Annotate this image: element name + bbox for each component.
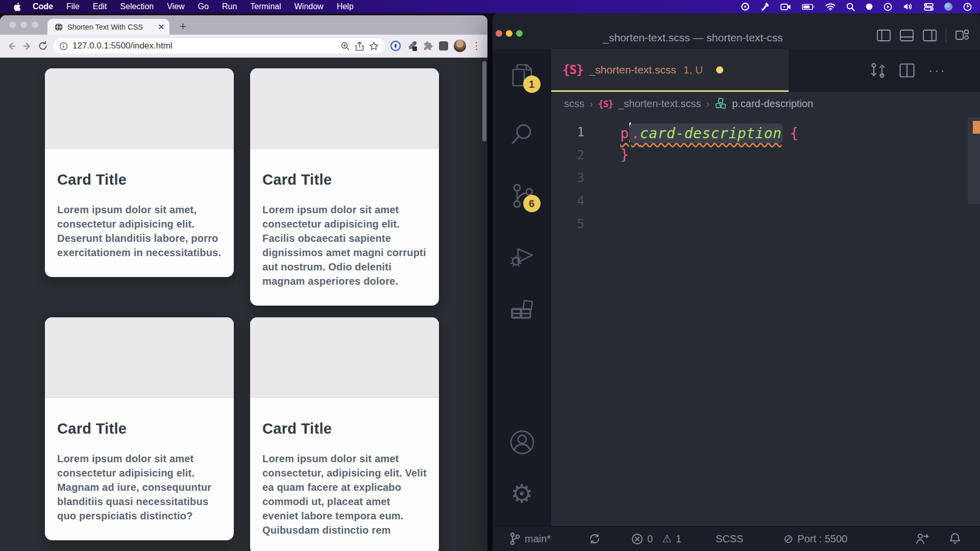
forward-icon[interactable] [22, 41, 33, 52]
menu-item[interactable]: Selection [113, 2, 160, 11]
vscode-title-bar: _shorten-text.scss — shorten-text-css [493, 13, 980, 49]
feedback-status-item[interactable] [916, 527, 929, 551]
source-control-badge: 6 [523, 195, 541, 212]
minimize-window-button[interactable] [20, 21, 27, 28]
card-image-placeholder [45, 68, 234, 149]
close-window-button[interactable] [9, 21, 16, 28]
browser-menu-icon[interactable]: ⋮ [472, 44, 481, 47]
menu-status-icons [741, 2, 972, 11]
status-dot-icon[interactable] [866, 3, 873, 10]
compare-changes-icon[interactable] [870, 62, 886, 79]
page-info-icon[interactable] [59, 42, 68, 51]
menu-item[interactable]: Run [215, 2, 243, 11]
menu-item[interactable]: Terminal [243, 2, 287, 11]
run-debug-icon [509, 242, 535, 268]
browser-tab[interactable]: Shorten Text With CSS ✕ [47, 19, 169, 35]
password-manager-extension-icon[interactable] [390, 40, 401, 52]
editor-tab-bar: {S} _shorten-text.scss 1, U ··· [551, 49, 980, 92]
problems-status-item[interactable]: 0 ⚠ 1 [631, 527, 681, 551]
activity-settings[interactable]: ⚙ [510, 482, 533, 506]
rocket-icon[interactable] [761, 2, 770, 11]
address-bar[interactable]: 127.0.0.1:5500/index.html [53, 38, 385, 54]
volume-icon[interactable] [903, 3, 913, 11]
close-tab-icon[interactable]: ✕ [158, 22, 164, 32]
status-bar: main* 0 ⚠ 1 SCSS ⊘ Port : 5500 [493, 526, 980, 551]
share-icon[interactable] [355, 41, 364, 51]
menu-item[interactable]: Help [330, 2, 360, 11]
activity-source-control[interactable]: 6 [510, 183, 534, 209]
branch-status-item[interactable]: main* [509, 527, 551, 551]
browser-window-controls [9, 21, 38, 28]
new-tab-button[interactable]: + [180, 20, 186, 33]
code-line: 2 } [551, 143, 980, 166]
editor-tab[interactable]: {S} _shorten-text.scss 1, U [551, 49, 789, 92]
siri-icon[interactable] [944, 3, 952, 11]
menu-item[interactable]: View [160, 2, 191, 11]
screenshot-extension-icon[interactable] [439, 41, 448, 51]
toggle-sidebar-icon[interactable] [877, 30, 891, 41]
color-picker-extension-icon[interactable] [406, 40, 418, 52]
breadcrumb-separator: › [706, 98, 709, 110]
code-line: 5 [551, 212, 980, 235]
breadcrumb-folder[interactable]: scss [564, 98, 584, 110]
extensions-icon [509, 299, 535, 324]
control-center-icon[interactable] [924, 3, 934, 11]
breadcrumb-symbol[interactable]: p.card-description [732, 98, 813, 110]
card-title: Card Title [262, 420, 427, 437]
vscode-window: _shorten-text.scss — shorten-text-css 1 … [493, 13, 980, 551]
activity-search[interactable] [510, 121, 534, 146]
extensions-puzzle-icon[interactable] [423, 40, 434, 52]
card-description: Lorem ipsum dolor sit amet consectetur a… [262, 203, 427, 288]
language-mode-item[interactable]: SCSS [716, 527, 743, 551]
sync-status-item[interactable] [589, 527, 601, 551]
activity-extensions[interactable] [509, 299, 535, 324]
activity-run-debug[interactable] [509, 242, 535, 268]
zoom-window-button[interactable] [32, 21, 38, 28]
activity-accounts[interactable] [509, 429, 535, 456]
code-editor[interactable]: 1 p.card-description{ 2 } 3 4 5 [551, 115, 980, 526]
reload-icon[interactable] [38, 41, 48, 51]
spotlight-search-icon[interactable] [846, 3, 855, 11]
back-icon[interactable] [6, 41, 17, 52]
menu-item[interactable]: File [60, 2, 86, 11]
close-brace: } [620, 146, 629, 163]
toggle-secondary-sidebar-icon[interactable] [923, 30, 937, 41]
clock-icon[interactable] [963, 3, 972, 11]
gear-icon: ⚙ [510, 479, 533, 509]
card-description: Lorem ipsum dolor sit amet consectetur, … [262, 452, 427, 537]
zoom-page-icon[interactable] [340, 41, 350, 51]
toggle-panel-icon[interactable] [900, 30, 914, 41]
card-title: Card Title [57, 171, 222, 188]
menu-item[interactable]: Go [191, 2, 215, 11]
bookmark-star-icon[interactable] [369, 41, 379, 51]
live-server-port-item[interactable]: ⊘ Port : 5500 [783, 527, 847, 551]
modified-dot-icon[interactable] [716, 66, 723, 73]
menu-item[interactable]: Edit [86, 2, 114, 11]
activity-explorer[interactable]: 1 [510, 63, 534, 90]
scss-file-icon: {S} [562, 63, 583, 77]
explorer-badge: 1 [523, 76, 541, 93]
breadcrumbs: scss › {S} _shorten-text.scss › p.card-d… [551, 92, 980, 115]
sync-icon [589, 533, 601, 545]
breadcrumb-separator: › [590, 98, 593, 110]
menu-item[interactable]: Window [288, 2, 330, 11]
notifications-status-item[interactable] [949, 527, 961, 551]
branch-name: main* [525, 533, 551, 545]
page-scrollbar[interactable] [482, 61, 486, 141]
error-count: 0 [647, 533, 653, 545]
apple-menu[interactable] [8, 3, 26, 11]
more-actions-icon[interactable]: ··· [928, 69, 946, 72]
breadcrumb-file[interactable]: _shorten-text.scss [618, 98, 701, 110]
screen-record-icon[interactable] [741, 2, 750, 11]
card-description: Lorem ipsum dolor sit amet, consectetur … [57, 203, 222, 260]
url-text[interactable]: 127.0.0.1:5500/index.html [72, 41, 336, 51]
split-editor-icon[interactable] [899, 63, 915, 78]
profile-avatar[interactable] [453, 39, 467, 53]
customize-layout-icon[interactable] [955, 29, 969, 41]
wifi-icon[interactable] [825, 3, 836, 11]
menu-items: FileEditSelectionViewGoRunTerminalWindow… [60, 2, 360, 11]
menu-app-name[interactable]: Code [26, 2, 60, 11]
video-camera-icon[interactable] [780, 3, 791, 11]
screen-time-icon[interactable] [884, 3, 892, 11]
battery-icon[interactable] [802, 4, 815, 10]
